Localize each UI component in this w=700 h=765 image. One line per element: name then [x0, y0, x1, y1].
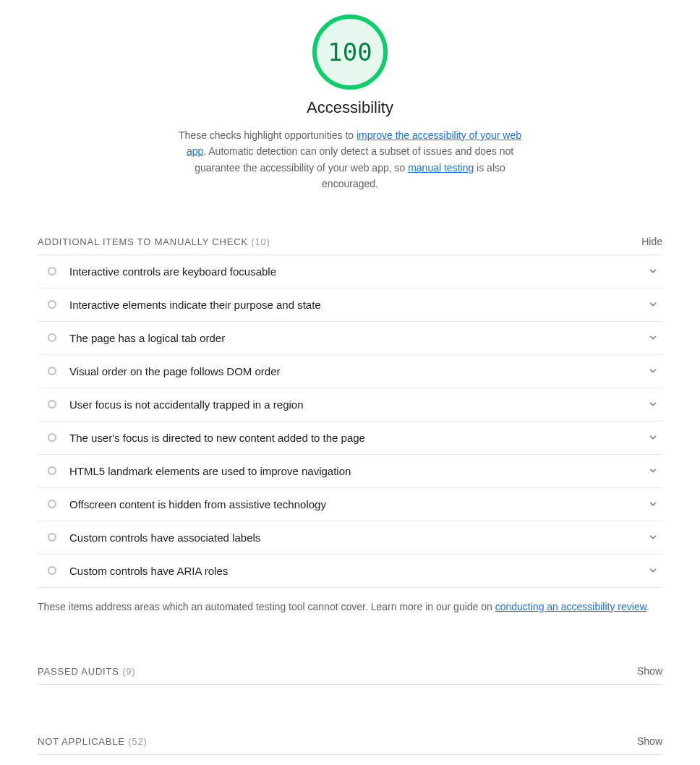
chevron-down-icon	[648, 432, 658, 443]
audit-row[interactable]: Visual order on the page follows DOM ord…	[38, 355, 662, 388]
audit-title: Visual order on the page follows DOM ord…	[69, 365, 648, 377]
footnote-text: These items address areas which an autom…	[38, 601, 495, 612]
chevron-down-icon	[648, 499, 658, 509]
section-heading-text: PASSED AUDITS	[38, 666, 119, 677]
audit-row[interactable]: Interactive controls are keyboard focusa…	[38, 255, 662, 289]
chevron-down-icon	[648, 266, 658, 276]
manual-status-icon	[48, 300, 56, 309]
accessibility-review-link[interactable]: conducting an accessibility review	[495, 601, 646, 612]
audit-row[interactable]: Interactive elements indicate their purp…	[38, 289, 662, 322]
audit-row[interactable]: The page has a logical tab order	[38, 322, 662, 355]
audit-title: Custom controls have associated labels	[69, 531, 648, 544]
hide-button[interactable]: Hide	[641, 236, 662, 247]
section-heading-text: NOT APPLICABLE	[38, 736, 125, 747]
audit-title: HTML5 landmark elements are used to impr…	[69, 465, 648, 477]
manual-checks-section: ADDITIONAL ITEMS TO MANUALLY CHECK (10) …	[38, 228, 662, 615]
footnote-text: .	[646, 601, 649, 612]
not-applicable-section: NOT APPLICABLE (52) Show	[38, 728, 662, 755]
audit-title: The page has a logical tab order	[69, 332, 648, 344]
manual-status-icon	[48, 367, 56, 375]
manual-checks-title: ADDITIONAL ITEMS TO MANUALLY CHECK (10)	[38, 236, 270, 247]
section-count: (52)	[128, 736, 147, 747]
score-value: 100	[328, 38, 372, 67]
chevron-down-icon	[648, 299, 658, 309]
section-count: (9)	[122, 666, 135, 677]
audit-row[interactable]: Offscreen content is hidden from assisti…	[38, 488, 662, 521]
audit-row[interactable]: HTML5 landmark elements are used to impr…	[38, 455, 662, 488]
audit-title: User focus is not accidentally trapped i…	[69, 398, 648, 411]
manual-status-icon	[48, 433, 56, 442]
manual-status-icon	[48, 267, 56, 275]
passed-audits-header[interactable]: PASSED AUDITS (9) Show	[38, 658, 662, 685]
desc-text: These checks highlight opportunities to	[179, 129, 357, 141]
passed-audits-title: PASSED AUDITS (9)	[38, 666, 135, 677]
section-heading-text: ADDITIONAL ITEMS TO MANUALLY CHECK	[38, 236, 248, 247]
score-gauge: 100	[312, 14, 388, 90]
manual-status-icon	[48, 566, 56, 575]
manual-status-icon	[48, 500, 56, 508]
audit-row[interactable]: User focus is not accidentally trapped i…	[38, 388, 662, 422]
audit-row[interactable]: The user's focus is directed to new cont…	[38, 422, 662, 455]
manual-checks-list: Interactive controls are keyboard focusa…	[38, 255, 662, 588]
passed-audits-section: PASSED AUDITS (9) Show	[38, 658, 662, 685]
chevron-down-icon	[648, 333, 658, 343]
audit-row[interactable]: Custom controls have associated labels	[38, 521, 662, 555]
audit-row[interactable]: Custom controls have ARIA roles	[38, 555, 662, 588]
manual-status-icon	[48, 333, 56, 342]
chevron-down-icon	[648, 366, 658, 376]
manual-status-icon	[48, 400, 56, 409]
manual-status-icon	[48, 533, 56, 542]
chevron-down-icon	[648, 466, 658, 476]
chevron-down-icon	[648, 565, 658, 576]
manual-testing-link[interactable]: manual testing	[408, 162, 474, 174]
manual-checks-header[interactable]: ADDITIONAL ITEMS TO MANUALLY CHECK (10) …	[38, 228, 662, 255]
manual-footnote: These items address areas which an autom…	[38, 588, 662, 615]
audit-title: Custom controls have ARIA roles	[69, 565, 648, 577]
not-applicable-header[interactable]: NOT APPLICABLE (52) Show	[38, 728, 662, 755]
section-count: (10)	[251, 236, 270, 247]
chevron-down-icon	[648, 399, 658, 409]
audit-title: Interactive elements indicate their purp…	[69, 299, 648, 311]
accessibility-header: 100 Accessibility These checks highlight…	[38, 14, 662, 192]
audit-title: Interactive controls are keyboard focusa…	[69, 265, 648, 278]
show-button[interactable]: Show	[637, 735, 662, 747]
manual-status-icon	[48, 466, 56, 475]
not-applicable-title: NOT APPLICABLE (52)	[38, 736, 148, 747]
category-description: These checks highlight opportunities to …	[176, 127, 524, 192]
audit-title: The user's focus is directed to new cont…	[69, 432, 648, 444]
audit-title: Offscreen content is hidden from assisti…	[69, 498, 648, 510]
chevron-down-icon	[648, 532, 658, 542]
show-button[interactable]: Show	[637, 665, 662, 677]
category-title: Accessibility	[38, 98, 662, 117]
